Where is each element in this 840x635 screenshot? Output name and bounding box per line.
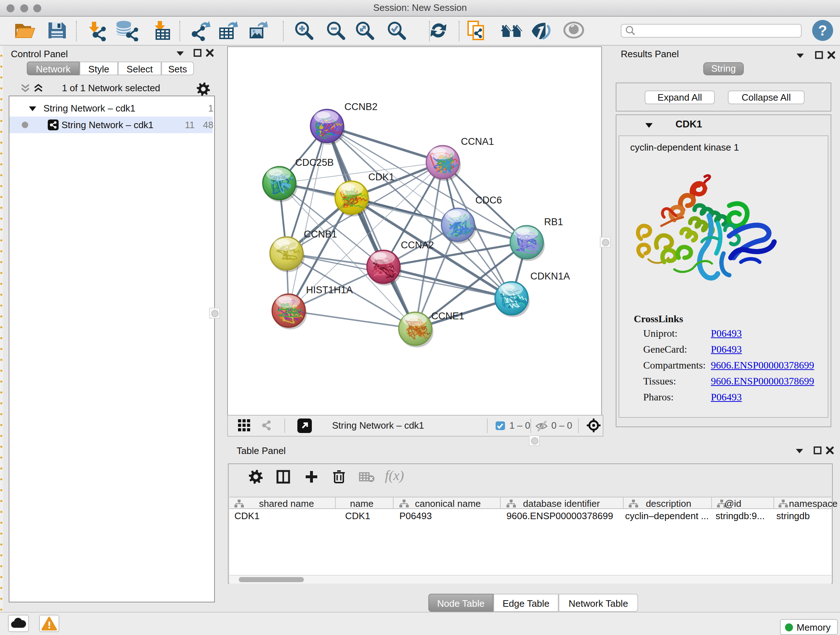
svg-text:CDC25B: CDC25B: [295, 157, 334, 168]
svg-text:CCNB1: CCNB1: [304, 229, 337, 240]
svg-text:CCNA1: CCNA1: [461, 136, 494, 147]
svg-text:CDC6: CDC6: [475, 195, 502, 206]
svg-text:RB1: RB1: [544, 217, 563, 227]
svg-text:CDK1: CDK1: [368, 172, 394, 182]
svg-text:CCNE1: CCNE1: [431, 310, 464, 321]
svg-text:?: ?: [818, 22, 827, 38]
svg-text:CDKN1A: CDKN1A: [531, 271, 570, 282]
svg-text:CCNB2: CCNB2: [344, 101, 378, 112]
svg-text:CCNA2: CCNA2: [401, 240, 434, 250]
svg-text:HIST1H1A: HIST1H1A: [306, 285, 353, 295]
